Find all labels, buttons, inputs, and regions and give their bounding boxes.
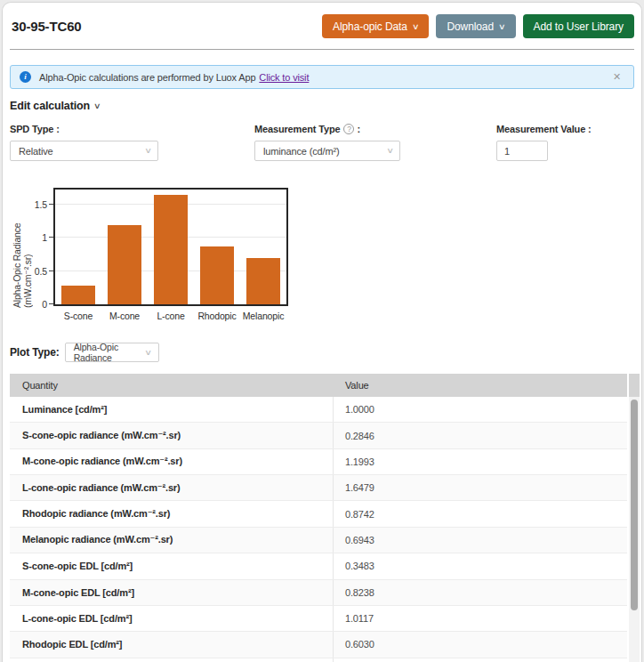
download-button[interactable]: Download ∨ — [436, 14, 515, 38]
measurement-type-select[interactable]: luminance (cd/m²) ∨ — [254, 141, 400, 161]
plot-type-row: Plot Type: Alpha-Opic Radiance ∨ — [10, 343, 641, 362]
measurement-value-field: Measurement Value : — [496, 124, 592, 161]
quantity-cell: Luminance [cd/m²] — [10, 397, 334, 422]
column-header-value: Value — [334, 380, 627, 391]
chevron-down-icon: ∨ — [498, 22, 505, 31]
value-cell: 0.6943 — [334, 535, 627, 545]
measurement-type-label-text: Measurement Type — [254, 124, 340, 134]
value-cell: 1.0117 — [334, 613, 627, 624]
spd-type-value: Relative — [19, 146, 53, 157]
quantity-cell: Melanopic EDL [cd/m²] — [10, 658, 334, 662]
close-icon[interactable]: ✕ — [609, 69, 624, 85]
value-cell: 1.0000 — [334, 404, 627, 415]
value-cell: 1.1993 — [334, 456, 627, 467]
info-banner: i Alpha-Opic calculations are performed … — [10, 65, 634, 89]
y-tick-label: 1 — [26, 232, 47, 243]
quantity-cell: L-cone-opic radiance (mW.cm⁻².sr) — [10, 475, 334, 500]
banner-text: Alpha-Opic calculations are performed by… — [39, 72, 255, 83]
click-to-visit-link[interactable]: Click to visit — [259, 72, 309, 83]
table-row: Luminance [cd/m²]1.0000 — [10, 397, 627, 423]
quantity-cell: L-cone-opic EDL [cd/m²] — [10, 606, 334, 631]
page-title: 30-95-TC60 — [12, 19, 315, 34]
table-row: M-cone-opic EDL [cd/m²]0.8238 — [10, 580, 627, 606]
quantity-cell: M-cone-opic radiance (mW.cm⁻².sr) — [10, 449, 334, 474]
table-row: Melanopic radiance (mW.cm⁻².sr)0.6943 — [10, 528, 627, 553]
table-main: Quantity Value Luminance [cd/m²]1.0000S-… — [10, 374, 627, 662]
table-row: Rhodopic radiance (mW.cm⁻².sr)0.8742 — [10, 501, 627, 527]
quantity-cell: Melanopic radiance (mW.cm⁻².sr) — [10, 528, 334, 553]
table-row: L-cone-opic radiance (mW.cm⁻².sr)1.6479 — [10, 475, 627, 501]
bar-s-cone — [61, 286, 95, 304]
y-tick-mark — [49, 303, 53, 304]
value-cell: 0.8742 — [334, 509, 627, 520]
results-table: Quantity Value Luminance [cd/m²]1.0000S-… — [10, 374, 640, 662]
calculation-form: SPD Type : Relative ∨ Measurement Type ?… — [10, 124, 634, 161]
info-icon: i — [20, 71, 31, 83]
plot-type-select[interactable]: Alpha-Opic Radiance ∨ — [65, 343, 159, 362]
quantity-cell: M-cone-opic EDL [cd/m²] — [10, 580, 334, 605]
measurement-type-label: Measurement Type ? : — [254, 124, 496, 134]
add-to-user-library-button[interactable]: Add to User Library — [523, 14, 634, 38]
download-label: Download — [447, 20, 494, 33]
chevron-down-icon: ∨ — [412, 22, 419, 31]
alpha-opic-data-label: Alpha-opic Data — [333, 20, 407, 33]
y-tick-label: 1.5 — [26, 199, 47, 210]
table-row: S-cone-opic EDL [cd/m²]0.3483 — [10, 553, 627, 579]
page-header: 30-95-TC60 Alpha-opic Data ∨ Download ∨ … — [3, 3, 641, 49]
table-row: L-cone-opic EDL [cd/m²]1.0117 — [10, 606, 627, 632]
chevron-down-icon: ∨ — [386, 147, 394, 155]
table-scrollbar-track[interactable] — [629, 397, 640, 662]
bar-rhodopic — [200, 246, 234, 304]
table-row: Melanopic EDL [cd/m²]0.5235 — [10, 658, 627, 662]
header-divider — [10, 49, 634, 50]
measurement-type-colon: : — [357, 124, 360, 134]
bar-m-cone — [108, 225, 141, 304]
y-tick-label: 0 — [26, 299, 47, 310]
chevron-down-icon: ∨ — [93, 101, 101, 110]
column-header-quantity: Quantity — [10, 380, 334, 391]
value-cell: 1.6479 — [334, 482, 627, 493]
table-row: M-cone-opic radiance (mW.cm⁻².sr)1.1993 — [10, 449, 627, 475]
table-scrollbar[interactable] — [629, 374, 640, 662]
measurement-value-label: Measurement Value : — [496, 124, 592, 134]
y-tick-mark — [49, 270, 53, 271]
y-tick-mark — [49, 237, 53, 238]
plot-type-label: Plot Type: — [10, 346, 60, 359]
bar-l-cone — [154, 195, 188, 304]
measurement-type-field: Measurement Type ? : luminance (cd/m²) ∨ — [254, 124, 496, 161]
edit-calculation-toggle[interactable]: Edit calculation ∨ — [10, 100, 100, 112]
value-cell: 0.2846 — [334, 431, 627, 441]
spd-type-select[interactable]: Relative ∨ — [10, 141, 158, 161]
quantity-cell: Rhodopic EDL [cd/m²] — [10, 632, 334, 657]
spd-type-field: SPD Type : Relative ∨ — [10, 124, 254, 161]
spd-type-label: SPD Type : — [10, 124, 254, 134]
chevron-down-icon: ∨ — [145, 348, 153, 356]
y-tick-label: 0.5 — [26, 266, 47, 277]
table-scrollbar-header — [629, 374, 640, 397]
y-tick-mark — [49, 204, 53, 205]
value-cell: 0.3483 — [334, 561, 627, 571]
help-icon[interactable]: ? — [343, 124, 354, 134]
chart-plot-area: 00.511.5S-coneM-coneL-coneRhodopicMelano… — [53, 188, 288, 306]
alpha-opic-radiance-chart: Alpha-Opic Radiance (mW.cm⁻².sr) 00.511.… — [10, 186, 317, 327]
bar-melanopic — [246, 258, 280, 304]
measurement-type-value: luminance (cd/m²) — [263, 146, 339, 157]
plot-type-value: Alpha-Opic Radiance — [74, 342, 142, 363]
quantity-cell: S-cone-opic EDL [cd/m²] — [10, 553, 334, 578]
table-scrollbar-thumb[interactable] — [631, 400, 638, 610]
chevron-down-icon: ∨ — [144, 147, 152, 155]
table-body: Luminance [cd/m²]1.0000S-cone-opic radia… — [10, 397, 627, 662]
add-to-user-library-label: Add to User Library — [534, 20, 624, 33]
edit-calculation-label: Edit calculation — [10, 100, 90, 112]
value-cell: 0.6030 — [334, 639, 627, 650]
quantity-cell: S-cone-opic radiance (mW.cm⁻².sr) — [10, 423, 334, 448]
x-tick-label: Melanopic — [228, 311, 299, 321]
page-card: 30-95-TC60 Alpha-opic Data ∨ Download ∨ … — [2, 2, 642, 662]
value-cell: 0.8238 — [334, 587, 627, 598]
measurement-value-input[interactable] — [496, 141, 548, 161]
alpha-opic-data-button[interactable]: Alpha-opic Data ∨ — [322, 14, 429, 38]
table-header: Quantity Value — [10, 374, 627, 397]
quantity-cell: Rhodopic radiance (mW.cm⁻².sr) — [10, 501, 334, 526]
table-row: S-cone-opic radiance (mW.cm⁻².sr)0.2846 — [10, 423, 627, 448]
table-row: Rhodopic EDL [cd/m²]0.6030 — [10, 632, 627, 658]
